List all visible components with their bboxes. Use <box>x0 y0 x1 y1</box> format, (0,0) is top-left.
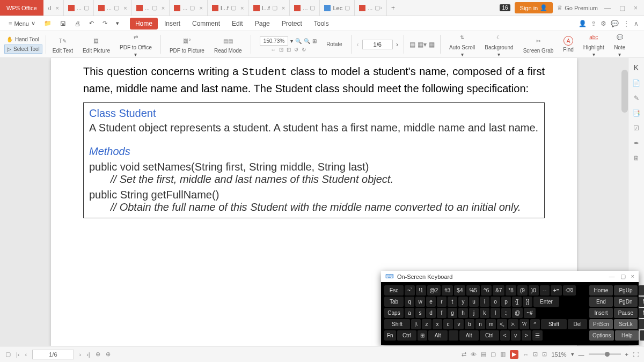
scrollbar-thumb[interactable] <box>621 70 628 113</box>
key-a[interactable]: a <box>405 308 414 318</box>
highlight-button[interactable]: abcHighlight ▾ <box>580 32 608 57</box>
key-s[interactable]: s <box>415 308 425 318</box>
key-fade[interactable]: Fade <box>640 330 644 341</box>
key-☰[interactable]: ☰ <box>532 330 543 341</box>
key-)0[interactable]: )0 <box>529 285 539 295</box>
nav-icon[interactable]: ▢ <box>5 351 11 358</box>
edit-picture-button[interactable]: 🖼Edit Picture <box>79 35 113 54</box>
key-:;[interactable]: :; <box>501 308 511 318</box>
rail-icon[interactable]: ✒ <box>634 139 639 147</box>
background-button[interactable]: ☾Background ▾ <box>481 32 516 57</box>
key-nav[interactable]: Nav <box>639 285 644 295</box>
sb-icon[interactable]: ▤ <box>481 351 486 358</box>
next-page-icon[interactable]: › <box>396 41 398 48</box>
close-icon[interactable]: × <box>162 5 165 11</box>
key-w[interactable]: w <box>415 297 425 307</box>
key---[interactable]: -- <box>540 285 550 295</box>
key-$4[interactable]: $4 <box>454 285 465 295</box>
key-@[interactable]: @ <box>512 308 523 318</box>
key-i[interactable]: i <box>480 297 489 307</box>
close-icon[interactable]: × <box>123 5 127 11</box>
doc-tab[interactable]: I...f▢× <box>249 0 290 16</box>
key-o[interactable]: o <box>491 297 500 307</box>
key-z[interactable]: z <box>422 319 431 329</box>
key-g[interactable]: g <box>448 308 457 318</box>
view-icon[interactable]: ▤ <box>409 41 415 48</box>
key-h[interactable]: h <box>458 308 468 318</box>
key-^[interactable]: ^ <box>530 319 540 329</box>
key-dock[interactable]: Dock <box>639 319 644 329</box>
key-@2[interactable]: @2 <box>427 285 441 295</box>
rail-k[interactable]: K <box>634 63 639 72</box>
sb-icon[interactable]: ⊡ <box>533 351 538 358</box>
minimize-icon[interactable]: — <box>609 273 615 280</box>
close-icon[interactable]: × <box>240 5 244 11</box>
page-indicator[interactable]: 1/6 <box>362 40 393 49</box>
key-Ctrl[interactable]: Ctrl <box>397 330 416 341</box>
key-|\[interactable]: |\ <box>411 319 421 329</box>
close-icon[interactable]: × <box>631 273 634 280</box>
new-tab-button[interactable]: + <box>387 4 399 12</box>
key-r[interactable]: r <box>437 297 447 307</box>
zoom-slider[interactable] <box>589 353 621 355</box>
key-p[interactable]: p <box>501 297 511 307</box>
key-pgup[interactable]: PgUp <box>614 285 638 295</box>
key-Caps[interactable]: Caps <box>384 308 404 318</box>
key-mv up[interactable]: Mv Up <box>639 297 644 307</box>
key-n[interactable]: n <box>475 319 485 329</box>
play-button[interactable]: ▶ <box>510 350 518 359</box>
key-insert[interactable]: Insert <box>589 308 613 318</box>
key-c[interactable]: c <box>443 319 453 329</box>
app-logo[interactable]: WPS Office <box>0 0 43 16</box>
find-button[interactable]: AFind <box>560 36 576 53</box>
zoom-input[interactable]: 150.73% <box>260 36 288 46</box>
rail-icon[interactable]: 🗎 <box>633 154 640 162</box>
key-%5[interactable]: %5 <box>466 285 479 295</box>
sb-icon[interactable]: ↔ <box>523 351 529 358</box>
key-l[interactable]: l <box>491 308 500 318</box>
doc-tab[interactable]: Lec▢ <box>320 0 355 16</box>
doc-tab[interactable]: ...▢› <box>355 0 387 16</box>
osk-titlebar[interactable]: ⌨ On-Screen Keyboard —▢× <box>381 271 639 282</box>
key-end[interactable]: End <box>589 297 613 307</box>
open-icon[interactable]: 📁 <box>41 20 55 27</box>
signin-button[interactable]: Sign in👤 <box>515 2 553 13</box>
key-Alt[interactable]: Alt <box>428 330 448 341</box>
zoom-in-button[interactable]: + <box>625 351 628 358</box>
key-Esc[interactable]: Esc <box>384 285 404 295</box>
key-prtscn[interactable]: PrtScn <box>589 319 613 329</box>
key-v[interactable]: v <box>454 319 464 329</box>
next-page-icon[interactable]: › <box>79 351 82 358</box>
key-y[interactable]: y <box>458 297 468 307</box>
note-button[interactable]: 💬Note ▾ <box>611 32 629 57</box>
tab-protect[interactable]: Protect <box>276 18 308 29</box>
tab-page[interactable]: Page <box>250 18 275 29</box>
close-icon[interactable]: × <box>55 5 58 11</box>
key-home[interactable]: Home <box>589 285 613 295</box>
gear-icon[interactable]: ⚙ <box>601 20 606 27</box>
feedback-icon[interactable]: 💬 <box>611 20 619 27</box>
tab-edit[interactable]: Edit <box>226 18 248 29</box>
sb-icon[interactable]: 👁 <box>471 351 477 358</box>
rail-icon[interactable]: ✎ <box>634 94 639 102</box>
doc-tab[interactable]: ‹I× <box>43 0 64 16</box>
hand-tool[interactable]: ✋Hand Tool <box>4 35 42 43</box>
zoom-out-button[interactable]: — <box>579 351 584 358</box>
doc-tab[interactable]: I...f▢× <box>208 0 249 16</box>
sb-icon[interactable]: ▥ <box>500 351 506 358</box>
fullscreen-icon[interactable]: ⛶ <box>633 351 639 358</box>
key-}][interactable]: }] <box>523 297 532 307</box>
fit-icon[interactable]: ⊞ <box>312 38 317 44</box>
collapse-icon[interactable]: ∧ <box>634 20 639 27</box>
save-icon[interactable]: 🖫 <box>57 20 69 27</box>
premium-button[interactable]: ♕Go Premium <box>557 4 598 11</box>
key-!1[interactable]: !1 <box>416 285 426 295</box>
close-icon[interactable]: × <box>199 5 202 11</box>
close-icon[interactable]: × <box>632 4 640 12</box>
rail-icon[interactable]: 📑 <box>632 109 640 117</box>
key-pause[interactable]: Pause <box>614 308 638 318</box>
view3-icon[interactable]: ▦ <box>429 41 435 48</box>
zoom-in-icon[interactable]: 🔍 <box>304 38 310 44</box>
view2-icon[interactable]: ▦▾ <box>418 41 427 48</box>
key-⌫[interactable]: ⌫ <box>563 285 576 295</box>
